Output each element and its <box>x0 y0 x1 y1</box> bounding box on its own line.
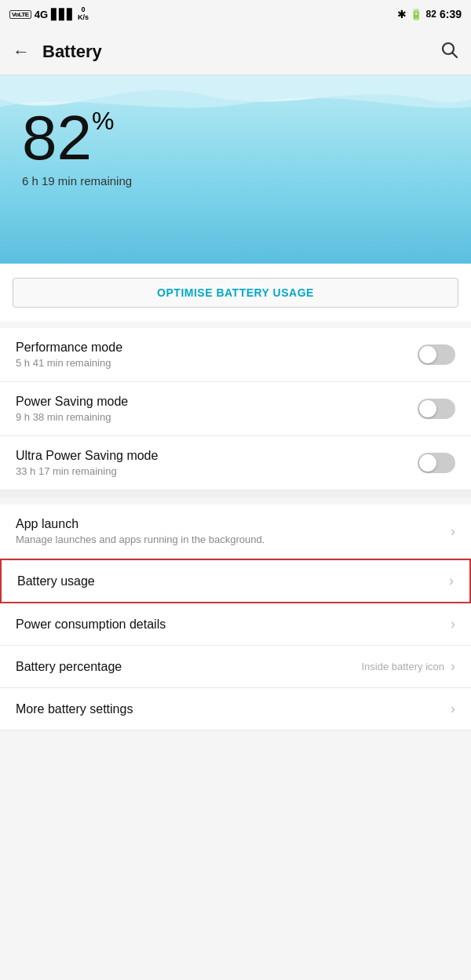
search-button[interactable] <box>440 40 458 64</box>
battery-percentage-item[interactable]: Battery percentage Inside battery icon › <box>0 646 471 688</box>
back-button[interactable]: ← <box>13 42 30 62</box>
performance-mode-title: Performance mode <box>16 341 408 355</box>
status-left: VoLTE 4G ▋▋▋ 0 K/s <box>9 6 89 22</box>
more-battery-settings-item[interactable]: More battery settings › <box>0 688 471 730</box>
network-type: 4G <box>35 9 48 20</box>
status-bar: VoLTE 4G ▋▋▋ 0 K/s ✱ 🔋 82 6:39 <box>0 0 471 28</box>
more-battery-settings-title: More battery settings <box>16 702 441 716</box>
ultra-power-saving-subtitle: 33 h 17 min remaining <box>16 465 408 477</box>
power-saving-toggle[interactable] <box>418 399 455 419</box>
volte-badge: VoLTE <box>9 10 31 19</box>
ultra-power-saving-toggle[interactable] <box>418 453 455 473</box>
performance-mode-item[interactable]: Performance mode 5 h 41 min remaining <box>0 328 471 382</box>
battery-time-remaining: 6 h 19 min remaining <box>22 174 449 188</box>
bluetooth-icon: ✱ <box>397 8 407 20</box>
performance-mode-subtitle: 5 h 41 min remaining <box>16 357 408 369</box>
power-saving-subtitle: 9 h 38 min remaining <box>16 411 408 423</box>
battery-percent-sign: % <box>92 107 114 136</box>
power-saving-mode-item[interactable]: Power Saving mode 9 h 38 min remaining <box>0 382 471 436</box>
app-launch-title: App launch <box>16 517 441 531</box>
battery-usage-chevron: › <box>449 573 454 589</box>
app-launch-chevron: › <box>451 523 455 540</box>
page-title: Battery <box>42 42 440 62</box>
battery-percentage-value: Inside battery icon <box>361 661 444 672</box>
ultra-power-saving-item[interactable]: Ultra Power Saving mode 33 h 17 min rema… <box>0 436 471 490</box>
status-time: 6:39 <box>440 8 462 20</box>
power-consumption-title: Power consumption details <box>16 618 441 632</box>
network-speed: 0 K/s <box>78 6 89 22</box>
power-saving-title: Power Saving mode <box>16 395 408 409</box>
app-launch-item[interactable]: App launch Manage launches and apps runn… <box>0 505 471 559</box>
battery-status-icon: 🔋 <box>410 9 423 20</box>
battery-info: 82 % 6 h 19 min remaining <box>0 75 471 203</box>
app-launch-subtitle: Manage launches and apps running in the … <box>16 534 441 545</box>
performance-mode-toggle[interactable] <box>418 344 455 365</box>
power-consumption-chevron: › <box>451 616 455 632</box>
battery-level-text: 82 <box>426 9 436 20</box>
status-right: ✱ 🔋 82 6:39 <box>397 8 462 20</box>
ultra-power-saving-title: Ultra Power Saving mode <box>16 449 408 463</box>
more-battery-settings-chevron: › <box>451 701 455 717</box>
optimise-section: OPTIMISE BATTERY USAGE <box>0 264 471 322</box>
svg-line-1 <box>453 53 458 57</box>
optimise-button[interactable]: OPTIMISE BATTERY USAGE <box>13 278 458 308</box>
battery-usage-title: Battery usage <box>17 574 440 588</box>
toggle-settings-list: Performance mode 5 h 41 min remaining Po… <box>0 328 471 490</box>
nav-settings-list: App launch Manage launches and apps runn… <box>0 505 471 730</box>
battery-percentage-title: Battery percentage <box>16 660 352 674</box>
battery-banner: 82 % 6 h 19 min remaining <box>0 75 471 264</box>
power-consumption-item[interactable]: Power consumption details › <box>0 603 471 646</box>
battery-percentage: 82 <box>22 107 92 169</box>
section-divider <box>0 490 471 498</box>
battery-percentage-chevron: › <box>451 658 455 675</box>
header: ← Battery <box>0 28 471 75</box>
battery-usage-item[interactable]: Battery usage › <box>0 559 471 603</box>
signal-strength: ▋▋▋ <box>51 9 75 20</box>
